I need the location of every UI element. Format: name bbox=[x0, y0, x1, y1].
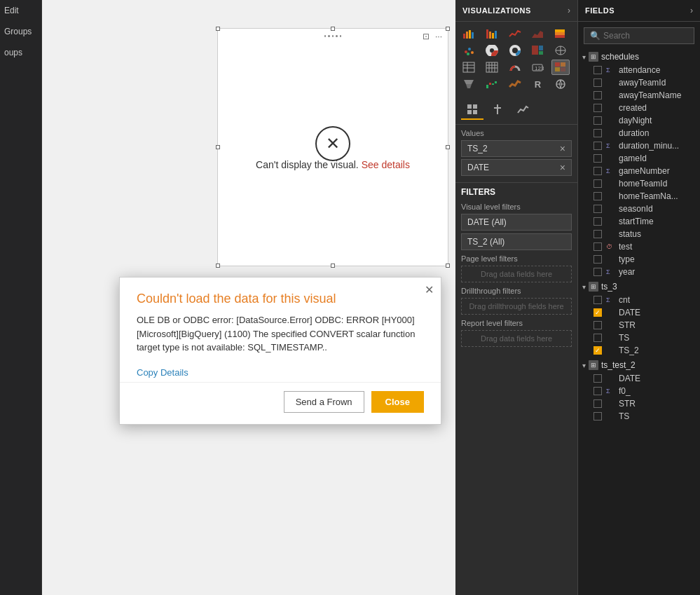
viz-panel-arrow[interactable]: › bbox=[568, 6, 570, 15]
remove-date-icon[interactable]: × bbox=[560, 162, 565, 173]
viz-icon-pie[interactable] bbox=[483, 43, 501, 58]
checkbox-seasonid[interactable] bbox=[593, 205, 602, 213]
viz-icon-column[interactable] bbox=[483, 26, 501, 41]
viz-icon-scatter[interactable] bbox=[460, 43, 478, 58]
checkbox-awayteamname[interactable] bbox=[593, 91, 602, 100]
checkbox-tstest2-ts[interactable] bbox=[593, 412, 602, 420]
resize-nw[interactable] bbox=[216, 27, 220, 31]
field-year[interactable]: Σ year bbox=[578, 266, 700, 278]
checkbox-ts3-ts[interactable] bbox=[593, 334, 602, 342]
field-awayteamname[interactable]: awayTeamName bbox=[578, 89, 700, 102]
field-ts3-date[interactable]: ✓ DATE bbox=[578, 306, 700, 319]
visual-drag-handle[interactable] bbox=[324, 34, 341, 37]
checkbox-duration[interactable] bbox=[593, 129, 602, 137]
viz-analytics-tab[interactable] bbox=[512, 100, 534, 120]
checkbox-tstest2-date[interactable] bbox=[593, 374, 602, 383]
viz-icon-waterfall[interactable] bbox=[483, 76, 501, 92]
resize-w[interactable] bbox=[216, 145, 220, 149]
field-test[interactable]: ⏱ test bbox=[578, 240, 700, 253]
viz-icon-donut[interactable] bbox=[506, 43, 524, 58]
checkbox-tstest2-str[interactable] bbox=[593, 399, 602, 408]
checkbox-status[interactable] bbox=[593, 230, 602, 238]
send-frown-button[interactable]: Send a Frown bbox=[284, 391, 364, 413]
viz-icon-treemap[interactable] bbox=[528, 43, 547, 58]
drag-report-zone[interactable]: Drag data fields here bbox=[461, 330, 572, 347]
field-ts3-ts2[interactable]: ✓ TS_2 bbox=[578, 344, 700, 357]
dialog-close-button[interactable]: ✕ bbox=[425, 283, 434, 296]
field-attendance[interactable]: Σ attendance bbox=[578, 64, 700, 76]
field-duration[interactable]: duration bbox=[578, 127, 700, 139]
checkbox-year[interactable] bbox=[593, 268, 602, 276]
value-chip-date[interactable]: DATE × bbox=[461, 159, 572, 176]
field-tstest2-f0[interactable]: Σ f0_ bbox=[578, 385, 700, 397]
viz-build-tab[interactable] bbox=[461, 100, 483, 120]
checkbox-duration-minu[interactable] bbox=[593, 142, 602, 150]
filter-chip-ts2[interactable]: TS_2 (All) bbox=[461, 233, 572, 250]
viz-format-tab[interactable] bbox=[486, 100, 509, 120]
viz-icon-area[interactable] bbox=[528, 26, 547, 41]
field-status[interactable]: status bbox=[578, 228, 700, 240]
field-ts3-str[interactable]: STR bbox=[578, 319, 700, 331]
checkbox-gameid[interactable] bbox=[593, 154, 602, 163]
checkbox-gamenumber[interactable] bbox=[593, 167, 602, 175]
field-created[interactable]: created bbox=[578, 102, 700, 114]
field-duration-minu[interactable]: Σ duration_minu... bbox=[578, 139, 700, 152]
checkbox-daynight[interactable] bbox=[593, 116, 602, 125]
value-chip-ts2[interactable]: TS_2 × bbox=[461, 140, 572, 157]
checkbox-test[interactable] bbox=[593, 242, 602, 251]
field-ts3-cnt[interactable]: Σ cnt bbox=[578, 294, 700, 306]
viz-icon-r[interactable]: R bbox=[528, 76, 547, 92]
viz-icon-card[interactable]: 123 bbox=[528, 60, 547, 75]
viz-icon-stacked-bar[interactable] bbox=[551, 26, 570, 41]
field-starttime[interactable]: startTime bbox=[578, 215, 700, 228]
field-type[interactable]: type bbox=[578, 253, 700, 266]
field-group-schedules-header[interactable]: ▾ ⊞ schedules bbox=[578, 50, 700, 64]
checkbox-tstest2-f0[interactable] bbox=[593, 387, 602, 395]
field-tstest2-date[interactable]: DATE bbox=[578, 372, 700, 385]
field-gameid[interactable]: gameId bbox=[578, 152, 700, 165]
field-tstest2-str[interactable]: STR bbox=[578, 397, 700, 410]
checkbox-hometeamid[interactable] bbox=[593, 179, 602, 188]
fields-panel-arrow[interactable]: › bbox=[690, 6, 693, 15]
checkbox-hometeamna[interactable] bbox=[593, 192, 602, 200]
checkbox-awayteamid[interactable] bbox=[593, 78, 602, 87]
remove-ts2-icon[interactable]: × bbox=[560, 143, 565, 154]
resize-s[interactable] bbox=[331, 264, 335, 268]
resize-se[interactable] bbox=[446, 264, 450, 268]
viz-icon-heatmap[interactable] bbox=[551, 60, 570, 75]
field-hometeamna[interactable]: homeTeamNa... bbox=[578, 190, 700, 203]
viz-icon-globe[interactable] bbox=[551, 76, 570, 92]
drag-page-zone[interactable]: Drag data fields here bbox=[461, 266, 572, 282]
checkbox-attendance[interactable] bbox=[593, 66, 602, 74]
copy-details-link[interactable]: Copy Details bbox=[120, 363, 441, 382]
viz-icon-funnel[interactable] bbox=[460, 76, 478, 92]
resize-e[interactable] bbox=[446, 145, 450, 149]
field-tstest2-ts[interactable]: TS bbox=[578, 410, 700, 423]
checkbox-created[interactable] bbox=[593, 104, 602, 112]
viz-icon-table[interactable] bbox=[460, 60, 478, 75]
field-hometeamid[interactable]: homeTeamId bbox=[578, 177, 700, 190]
viz-icon-gauge[interactable] bbox=[506, 60, 524, 75]
viz-icon-matrix[interactable] bbox=[483, 60, 501, 75]
visual-focus-icon[interactable]: ⊡ bbox=[423, 32, 430, 41]
viz-icon-map[interactable] bbox=[551, 43, 570, 58]
checkbox-type[interactable] bbox=[593, 255, 602, 264]
see-details-link[interactable]: See details bbox=[362, 159, 410, 170]
checkbox-ts3-cnt[interactable] bbox=[593, 296, 602, 304]
checkbox-ts3-str[interactable] bbox=[593, 321, 602, 329]
drag-drill-zone[interactable]: Drag drillthrough fields here bbox=[461, 298, 572, 315]
search-input[interactable] bbox=[603, 31, 688, 41]
resize-n[interactable] bbox=[331, 27, 335, 31]
checkbox-ts3-ts2[interactable]: ✓ bbox=[593, 346, 602, 355]
resize-ne[interactable] bbox=[446, 27, 450, 31]
field-daynight[interactable]: dayNight bbox=[578, 114, 700, 127]
checkbox-starttime[interactable] bbox=[593, 217, 602, 226]
field-group-ts3-header[interactable]: ▾ ⊞ ts_3 bbox=[578, 280, 700, 294]
field-group-tstest2-header[interactable]: ▾ ⊞ ts_test_2 bbox=[578, 358, 700, 372]
resize-sw[interactable] bbox=[216, 264, 220, 268]
viz-icon-line[interactable] bbox=[506, 26, 524, 41]
viz-icon-ribbon[interactable] bbox=[506, 76, 524, 92]
checkbox-ts3-date[interactable]: ✓ bbox=[593, 308, 602, 317]
field-gamenumber[interactable]: Σ gameNumber bbox=[578, 165, 700, 177]
field-ts3-ts[interactable]: TS bbox=[578, 331, 700, 344]
